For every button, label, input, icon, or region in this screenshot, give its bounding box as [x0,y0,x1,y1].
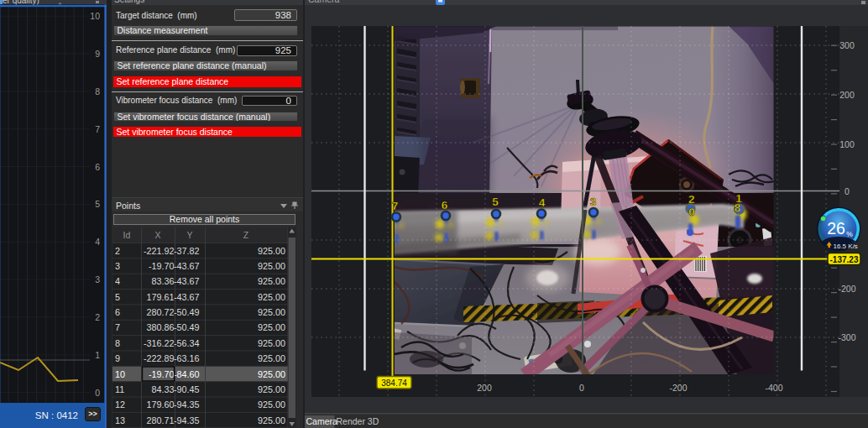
svg-text:5: 5 [95,199,100,209]
svg-text:0: 0 [688,206,695,218]
svg-text:5: 5 [492,196,499,208]
svg-text:-94.35: -94.35 [174,399,200,410]
svg-text:-19.70: -19.70 [149,369,175,379]
svg-text:Z: Z [243,230,249,240]
svg-text:-19.70: -19.70 [149,261,175,271]
svg-text:-56.34: -56.34 [174,338,200,348]
svg-text:384.74: 384.74 [381,378,407,388]
svg-text:280.71: 280.71 [146,415,174,425]
svg-text:10: 10 [90,11,100,21]
svg-text:-200: -200 [669,383,687,393]
svg-text:-43.67: -43.67 [174,292,200,302]
svg-text:100: 100 [839,139,855,149]
svg-text:0: 0 [579,383,584,393]
svg-text:280.72: 280.72 [146,307,174,317]
svg-text:925.00: 925.00 [258,322,285,332]
svg-text:-84.60: -84.60 [174,369,200,379]
svg-text:26: 26 [827,219,845,237]
svg-text:3: 3 [590,196,597,208]
svg-text:Camera: Camera [306,416,338,426]
svg-text:6: 6 [442,199,448,211]
svg-text:200: 200 [477,383,492,393]
svg-text:Y: Y [186,230,192,240]
svg-text:11: 11 [115,384,124,394]
svg-text:5: 5 [115,292,120,302]
svg-text:83.36: 83.36 [151,276,174,286]
svg-text:9: 9 [95,49,100,59]
svg-text:925.00: 925.00 [258,246,285,256]
svg-text:4: 4 [115,276,120,286]
svg-text:925.00: 925.00 [258,261,285,271]
svg-text:Id: Id [123,230,131,240]
svg-text:-300: -300 [838,332,855,342]
svg-text:X: X [154,230,160,240]
svg-text:8: 8 [95,86,100,97]
svg-text:925.00: 925.00 [258,307,285,317]
svg-text:7: 7 [95,124,100,134]
svg-text:-43.67: -43.67 [174,276,200,286]
svg-text:Render 3D: Render 3D [337,416,379,426]
svg-text:-400: -400 [765,383,782,393]
svg-text:-43.67: -43.67 [174,261,200,271]
svg-text:-221.92: -221.92 [144,246,175,256]
svg-text:-50.49: -50.49 [174,322,200,332]
svg-text:2: 2 [688,193,695,206]
svg-text:925.00: 925.00 [258,338,285,348]
svg-text:16.5 K/s: 16.5 K/s [834,243,858,250]
svg-text:Camera: Camera [308,0,340,4]
svg-text:925.00: 925.00 [258,276,285,286]
svg-text:-222.89: -222.89 [144,353,175,363]
svg-text:12: 12 [115,399,125,410]
svg-text:925.00: 925.00 [258,369,285,379]
svg-text:-316.22: -316.22 [144,338,175,348]
svg-text:-90.45: -90.45 [174,384,200,394]
svg-text:3: 3 [115,261,120,271]
svg-text:179.60: 179.60 [146,399,174,410]
svg-text:4: 4 [539,196,546,209]
svg-text:300: 300 [839,40,855,50]
svg-text:2: 2 [115,246,120,256]
svg-text:84.33: 84.33 [151,384,174,394]
svg-text:13: 13 [115,415,125,425]
svg-text:9: 9 [115,353,120,363]
svg-text:7: 7 [115,322,120,332]
svg-text:8: 8 [115,338,120,348]
svg-text:%: % [846,230,853,238]
svg-text:0: 0 [95,388,100,398]
svg-text:-50.49: -50.49 [174,307,200,317]
svg-text:200: 200 [839,90,855,100]
svg-text:925.00: 925.00 [258,384,285,394]
svg-text:1: 1 [95,350,100,360]
svg-text:925.00: 925.00 [258,353,285,363]
svg-text:-37.82: -37.82 [174,246,200,256]
svg-text:925.00: 925.00 [258,415,285,425]
svg-text:2: 2 [95,312,100,322]
svg-text:10: 10 [115,369,125,379]
svg-text:4: 4 [95,237,100,247]
svg-text:6: 6 [95,162,100,172]
svg-text:-200: -200 [838,284,855,294]
svg-text:179.61: 179.61 [146,292,174,302]
svg-text:925.00: 925.00 [258,399,285,410]
svg-text:3: 3 [95,274,100,284]
svg-text:6: 6 [115,307,120,317]
svg-text:925.00: 925.00 [258,292,285,302]
svg-text:7: 7 [392,200,399,212]
svg-text:-94.35: -94.35 [174,415,200,425]
svg-text:0: 0 [844,186,850,196]
svg-text:8: 8 [735,201,741,214]
svg-text:-137.23: -137.23 [830,255,859,264]
svg-text:-63.16: -63.16 [174,353,200,363]
svg-text:380.86: 380.86 [146,322,174,332]
